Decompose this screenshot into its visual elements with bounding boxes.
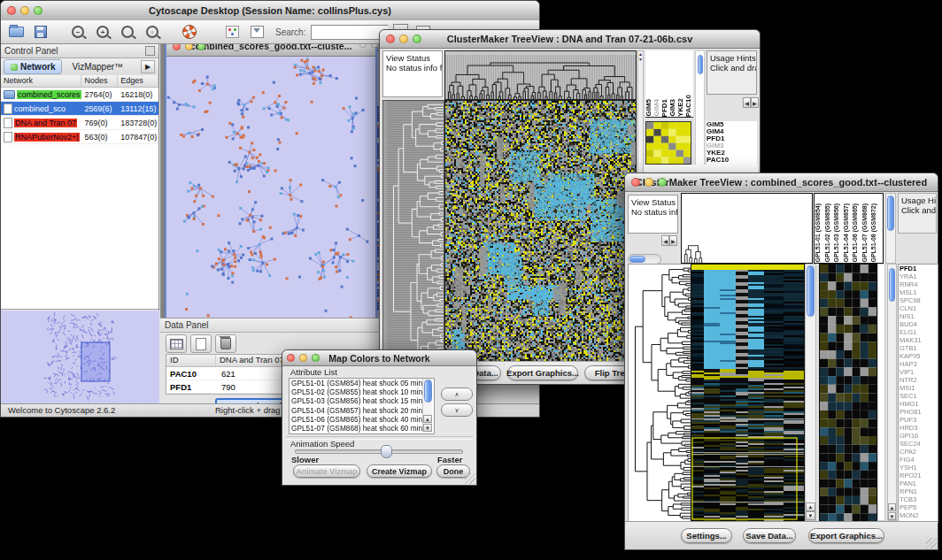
main-titlebar[interactable]: Cytoscape Desktop (Session Name: collins… xyxy=(1,1,539,21)
gene-list-item[interactable]: HRD3 xyxy=(899,424,938,432)
zoom-window-icon[interactable] xyxy=(34,6,42,15)
col-id[interactable]: ID xyxy=(166,355,216,366)
network-list-row[interactable]: combined_sco2569(6)13112(15) xyxy=(1,102,158,116)
treeview2-titlebar[interactable]: ClusterMaker TreeView : combined_scores_… xyxy=(625,173,938,192)
animate-vizmap-button[interactable]: Animate Vizmap xyxy=(293,464,360,478)
col-nodes[interactable]: Nodes xyxy=(81,75,118,87)
birds-eye-overview[interactable] xyxy=(1,311,158,404)
gene-list-item[interactable]: NTR2 xyxy=(899,376,938,384)
treeview1-titlebar[interactable]: ClusterMaker TreeView : DNA and Tran 07-… xyxy=(380,30,760,49)
gene-list-item[interactable]: HMG1 xyxy=(899,400,938,408)
minimize-icon[interactable] xyxy=(185,44,193,50)
vscroll-thumb[interactable] xyxy=(807,265,815,317)
column-label[interactable]: GPL51-07 (GSM868) xyxy=(861,203,871,263)
save-data-button[interactable]: Save Data... xyxy=(743,528,796,543)
scroll-down-icon[interactable]: ▼ xyxy=(888,512,896,520)
gene-list-item[interactable]: PAN1 xyxy=(899,479,938,487)
gene-list-item[interactable]: PHO81 xyxy=(899,408,938,416)
network-list-header[interactable]: Network Nodes Edges xyxy=(1,75,158,88)
zoom-fit-button[interactable] xyxy=(118,23,137,41)
treeview2-column-dendrogram-area[interactable] xyxy=(681,193,813,264)
scroll-down-icon[interactable]: ▼ xyxy=(423,424,432,432)
attribute-list[interactable]: GPL51-01 (GSM854) heat shock 05 minGPL51… xyxy=(289,378,435,434)
gene-list-item[interactable]: FIG4 xyxy=(899,456,938,464)
network-titlebar[interactable]: combined_scores_good.txt--cluste... xyxy=(166,44,375,57)
network-list-row[interactable]: combined_scores2764(0)16218(0) xyxy=(1,88,158,102)
gene-list-item[interactable]: GTB1 xyxy=(899,344,938,352)
scroll-left-icon[interactable]: ◀ xyxy=(743,97,751,108)
zoom-window-icon[interactable] xyxy=(197,44,205,50)
attribute-list-item[interactable]: GPL51-06 (GSM865) heat shock 40 min xyxy=(290,415,434,424)
gene-list-item[interactable]: PFD1 xyxy=(899,265,938,272)
scroll-up-icon[interactable]: ▲ xyxy=(806,502,815,511)
minimize-icon[interactable] xyxy=(399,35,408,43)
gene-list-item[interactable]: SEC24 xyxy=(899,440,938,448)
close-icon[interactable] xyxy=(287,354,295,362)
attribute-list-item[interactable]: GPL51-03 (GSM856) heat shock 15 min xyxy=(290,396,434,405)
open-session-button[interactable] xyxy=(6,23,26,41)
minimize-icon[interactable] xyxy=(299,354,307,362)
attribute-list-item[interactable]: GPL51-07 (GSM868) heat shock 60 min xyxy=(290,424,434,433)
column-label[interactable]: GPL51-06 (GSM865) xyxy=(852,203,861,263)
column-label[interactable]: GPL51-02 (GSM855) xyxy=(824,203,834,263)
network-canvas[interactable] xyxy=(166,57,372,329)
gene-list-item[interactable]: MSL1 xyxy=(899,288,938,296)
column-label[interactable]: GPL51-01 (GSM854) xyxy=(815,203,824,263)
scroll-left-icon[interactable]: ◀ xyxy=(661,235,669,246)
col-network[interactable]: Network xyxy=(1,75,81,87)
network-list-row[interactable]: RNAPuberNov2+|563(0)107847(0) xyxy=(1,130,158,144)
gene-list-item[interactable]: SPC98 xyxy=(899,296,938,304)
treeview2-label-vscrollbar[interactable] xyxy=(885,193,896,264)
column-label[interactable]: GPL51-08 (GSM872) xyxy=(870,203,880,263)
hscroll-thumb[interactable] xyxy=(629,256,645,263)
gene-list-item[interactable]: ELG1 xyxy=(899,328,938,336)
minimize-icon[interactable] xyxy=(20,6,29,15)
map-dialog-window-controls[interactable] xyxy=(287,354,320,362)
network-list-row[interactable]: DNA and Tran 07769(0)183728(0) xyxy=(1,116,158,130)
close-icon[interactable] xyxy=(173,44,181,50)
close-icon[interactable] xyxy=(359,44,367,48)
settings-button[interactable]: Settings... xyxy=(681,528,732,543)
export-graphics-button[interactable]: Export Graphics... xyxy=(808,528,884,543)
gene-list-item[interactable]: TCB3 xyxy=(899,495,938,503)
attribute-list-item[interactable]: GPL51-02 (GSM855) heat shock 10 min xyxy=(290,387,434,396)
tab-vizmapper[interactable]: VizMapper™ xyxy=(65,59,130,74)
move-down-button[interactable]: ∨ xyxy=(441,403,473,417)
search-input[interactable] xyxy=(311,25,388,40)
scroll-up-icon[interactable]: ▲ xyxy=(423,415,432,423)
gene-list-item[interactable]: SEC1 xyxy=(899,392,938,400)
vizmapper-button[interactable] xyxy=(222,23,242,41)
treeview2-zoom-scroll-strip[interactable] xyxy=(877,264,885,521)
minimize-icon[interactable] xyxy=(371,44,378,48)
gene-list-item[interactable]: HAP3 xyxy=(899,360,938,368)
column-label[interactable]: GPL51-04 (GSM857) xyxy=(843,203,853,263)
gene-list-item[interactable]: CLN1 xyxy=(899,304,938,312)
gene-list-item[interactable]: RNR4 xyxy=(899,280,938,288)
vscroll-thumb[interactable] xyxy=(424,380,432,403)
gene-list-item[interactable]: VIP1 xyxy=(899,368,938,376)
gene-list-item[interactable]: CPA2 xyxy=(899,448,938,456)
export-graphics-button[interactable]: Export Graphics... xyxy=(507,365,578,380)
treeview1-zoom-heatmap[interactable] xyxy=(645,121,691,165)
scroll-up-icon[interactable]: ▲ xyxy=(888,503,896,511)
minimize-icon[interactable] xyxy=(645,178,653,187)
treeview1-window-controls[interactable] xyxy=(386,35,421,43)
move-up-button[interactable]: ∧ xyxy=(441,387,473,401)
close-icon[interactable] xyxy=(386,35,395,43)
scroll-right-icon[interactable]: ▶ xyxy=(751,97,759,108)
map-dialog-titlebar[interactable]: Map Colors to Network xyxy=(282,350,476,366)
zoom-out-button[interactable]: − xyxy=(68,23,88,41)
zoom-in-button[interactable]: + xyxy=(93,23,112,41)
zoom-window-icon[interactable] xyxy=(312,354,320,362)
gene-list-item[interactable]: KAP95 xyxy=(899,352,938,360)
close-icon[interactable] xyxy=(631,178,640,187)
attribute-list-item[interactable]: GPL51-04 (GSM857) heat shock 20 min xyxy=(290,406,434,415)
gene-list-item[interactable]: YSH1 xyxy=(899,464,938,472)
gene-list-item[interactable]: NIS1 xyxy=(899,312,938,320)
window-controls[interactable] xyxy=(7,6,42,15)
attribute-list-item[interactable]: GPL51-01 (GSM854) heat shock 05 min xyxy=(290,379,434,387)
zoom-window-icon[interactable] xyxy=(413,35,421,43)
overview-canvas[interactable] xyxy=(1,311,159,404)
treeview2-genelist-vscrollbar[interactable]: ▲ ▼ xyxy=(887,264,897,521)
scroll-right-icon[interactable]: ▶ xyxy=(669,235,677,246)
